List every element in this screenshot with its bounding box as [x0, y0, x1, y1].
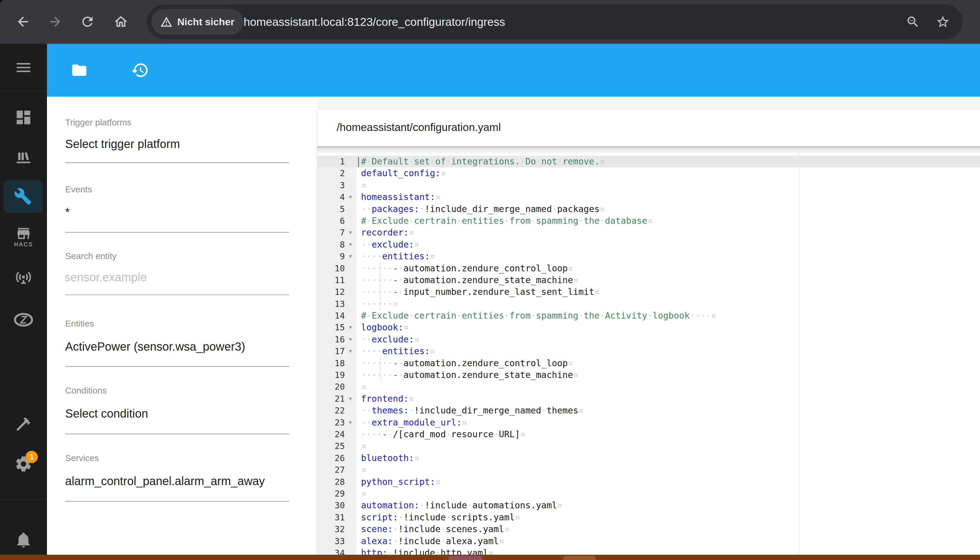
notifications-bell-icon[interactable]	[15, 531, 32, 548]
code-line[interactable]: 27¤	[317, 464, 980, 476]
code-line[interactable]: 3¤	[317, 180, 980, 191]
sidebar-item-media-library[interactable]	[14, 148, 33, 166]
code-text[interactable]: ······-·automation.zendure_state_machine…	[356, 274, 980, 286]
trigger-platform-select[interactable]: Select trigger platform	[65, 137, 180, 151]
code-line[interactable]: 12······-·input_number.zendure_last_sent…	[317, 286, 980, 298]
bookmark-star-icon[interactable]	[936, 15, 950, 29]
code-line[interactable]: 32scene:·!include·scenes.yaml¤	[317, 523, 980, 535]
code-text[interactable]: ······-·automation.zendure_control_loop¤	[356, 357, 980, 369]
sidebar-item-dashboard[interactable]	[14, 108, 33, 127]
code-text[interactable]: script:·!include·scripts.yaml¤	[356, 512, 980, 523]
code-line[interactable]: 17▼····entities:¤	[317, 345, 980, 357]
code-text[interactable]: homeassistant:¤	[356, 191, 980, 203]
security-chip[interactable]: Nicht sicher	[151, 9, 243, 35]
sidebar-item-developer-tools[interactable]	[15, 415, 32, 433]
code-text[interactable]: logbook:¤	[356, 322, 980, 333]
fold-arrow-icon[interactable]: ▼	[345, 322, 356, 333]
code-text[interactable]: python_script:¤	[356, 476, 980, 488]
code-text[interactable]: default_config:¤	[356, 167, 980, 179]
code-line[interactable]: 31script:·!include·scripts.yaml¤	[317, 512, 980, 523]
sidebar-item-zendure[interactable]: Z	[13, 310, 33, 330]
code-line[interactable]: 4▼homeassistant:¤	[317, 191, 980, 203]
fold-arrow-icon[interactable]: ▼	[345, 417, 356, 428]
code-text[interactable]: ····entities:¤	[356, 250, 980, 262]
code-line[interactable]: 15▼logbook:¤	[317, 322, 980, 333]
fold-arrow-icon[interactable]: ▼	[345, 393, 356, 405]
toast-button[interactable]	[563, 556, 596, 560]
code-line[interactable]: 13······¤	[317, 298, 980, 310]
code-text[interactable]: #·Exclude·certrain·entities·from·spammin…	[356, 310, 980, 322]
zoom-out-icon[interactable]	[906, 15, 920, 29]
code-text[interactable]: alexa:·!include·alexa.yaml¤	[356, 535, 980, 547]
code-line[interactable]: 20¤	[317, 381, 980, 393]
fold-arrow-icon[interactable]: ▼	[345, 191, 356, 203]
code-line[interactable]: 28python_script:¤	[317, 476, 980, 488]
code-line[interactable]: 19······-·automation.zendure_state_machi…	[317, 369, 980, 381]
menu-icon[interactable]	[14, 58, 33, 77]
code-line[interactable]: 1#·Default·set·of·integrations.·Do·not·r…	[317, 156, 980, 167]
code-line[interactable]: 21▼frontend:¤	[317, 393, 980, 405]
history-icon[interactable]	[131, 61, 149, 79]
code-text[interactable]: ······-·input_number.zendure_last_sent_l…	[356, 286, 980, 298]
toast-button[interactable]	[448, 556, 482, 560]
code-line[interactable]: 8▼··exclude:¤	[317, 239, 980, 250]
fold-arrow-icon[interactable]: ▼	[345, 333, 356, 345]
code-line[interactable]: 5··packages:·!include_dir_merge_named·pa…	[317, 203, 980, 215]
code-line[interactable]: 23▼··extra_module_url:¤	[317, 417, 980, 428]
fold-arrow-icon[interactable]: ▼	[345, 227, 356, 238]
code-text[interactable]: #·Exclude·certrain·entities·from·spammin…	[356, 215, 980, 227]
code-line[interactable]: 2default_config:¤	[317, 167, 980, 179]
code-text[interactable]: ··exclude:¤	[356, 239, 980, 250]
fold-arrow-icon[interactable]: ▼	[345, 250, 356, 262]
address-bar[interactable]: Nicht sicher homeassistant.local:8123/co…	[147, 4, 963, 39]
code-text[interactable]: ¤	[356, 180, 980, 191]
folder-icon[interactable]	[71, 62, 88, 79]
sidebar-item-network[interactable]	[14, 269, 33, 287]
code-text[interactable]: ····-·/[card_mod·resource·URL]¤	[356, 428, 980, 440]
code-text[interactable]: ··themes:·!include_dir_merge_named·theme…	[356, 405, 980, 417]
code-line[interactable]: 22··themes:·!include_dir_merge_named·the…	[317, 405, 980, 417]
home-icon[interactable]	[113, 14, 129, 29]
code-text[interactable]: recorder:¤	[356, 227, 980, 238]
code-line[interactable]: 29¤	[317, 488, 980, 500]
code-text[interactable]: ··packages:·!include_dir_merge_named·pac…	[356, 203, 980, 215]
code-text[interactable]: frontend:¤	[356, 393, 980, 405]
code-text[interactable]: bluetooth:¤	[356, 452, 980, 464]
code-text[interactable]: ······-·automation.zendure_state_machine…	[356, 369, 980, 381]
code-line[interactable]: 18······-·automation.zendure_control_loo…	[317, 357, 980, 369]
code-line[interactable]: 16▼··exclude:¤	[317, 333, 980, 345]
fold-arrow-icon[interactable]: ▼	[345, 239, 356, 250]
code-line[interactable]: 6#·Exclude·certrain·entities·from·spammi…	[317, 215, 980, 227]
code-text[interactable]: ¤	[356, 381, 980, 393]
code-text[interactable]: ¤	[356, 440, 980, 452]
forward-icon[interactable]	[48, 14, 63, 29]
code-text[interactable]: ¤	[356, 464, 980, 476]
code-line[interactable]: 14#·Exclude·certrain·entities·from·spamm…	[317, 310, 980, 322]
code-line[interactable]: 30automation:·!include·automations.yaml¤	[317, 500, 980, 511]
entities-select[interactable]: ActivePower (sensor.wsa_power3)	[65, 340, 245, 353]
sidebar-item-hacs[interactable]	[15, 225, 32, 242]
search-entity-input[interactable]	[64, 270, 271, 284]
reload-icon[interactable]	[80, 14, 95, 29]
code-line[interactable]: 9▼····entities:¤	[317, 250, 980, 262]
code-line[interactable]: 25¤	[317, 440, 980, 452]
code-text[interactable]: ······-·automation.zendure_control_loop¤	[356, 263, 980, 274]
code-editor[interactable]: 1#·Default·set·of·integrations.·Do·not·r…	[317, 156, 980, 559]
code-text[interactable]: automation:·!include·automations.yaml¤	[356, 500, 980, 511]
code-text[interactable]: ··extra_module_url:¤	[356, 417, 980, 428]
code-text[interactable]: #·Default·set·of·integrations.·Do·not·re…	[356, 156, 980, 167]
code-text[interactable]: ¤	[356, 488, 980, 500]
code-line[interactable]: 7▼recorder:¤	[317, 227, 980, 238]
code-line[interactable]: 24····-·/[card_mod·resource·URL]¤	[317, 428, 980, 440]
conditions-select[interactable]: Select condition	[65, 407, 148, 420]
code-line[interactable]: 33alexa:·!include·alexa.yaml¤	[317, 535, 980, 547]
code-line[interactable]: 10······-·automation.zendure_control_loo…	[317, 263, 980, 274]
code-text[interactable]: ······¤	[356, 298, 980, 310]
back-icon[interactable]	[15, 14, 30, 29]
fold-arrow-icon[interactable]: ▼	[345, 345, 356, 357]
events-select[interactable]: *	[65, 205, 70, 219]
code-text[interactable]: ··exclude:¤	[356, 333, 980, 345]
services-select[interactable]: alarm_control_panel.alarm_arm_away	[65, 475, 265, 488]
code-line[interactable]: 26bluetooth:¤	[317, 452, 980, 464]
sidebar-item-file-editor[interactable]	[3, 180, 43, 213]
